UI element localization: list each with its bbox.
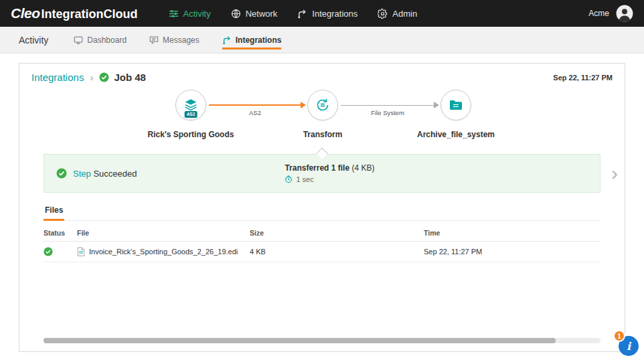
step-status-text: Succeeded (93, 169, 137, 179)
transform-icon (315, 97, 331, 113)
section-label: Activity (19, 27, 48, 53)
nav-admin[interactable]: Admin (378, 9, 417, 19)
globe-icon (231, 9, 241, 19)
account-name: Acme (588, 9, 609, 18)
file-name: Invoice_Rick's_Sporting_Goods_2_26_19.ed… (89, 248, 238, 256)
stopwatch-icon (285, 175, 293, 183)
brand-cleo: Cleo (11, 5, 40, 21)
connector-file-system: File System (341, 104, 434, 106)
help-info-button[interactable]: i 1 (619, 336, 639, 356)
files-table: Status File Size Time (44, 222, 600, 262)
success-check-icon (44, 247, 77, 256)
branch-icon (297, 9, 307, 19)
col-time: Time (424, 222, 600, 242)
row-size-cell: 4 KB (250, 242, 424, 262)
folder-icon (448, 97, 464, 113)
step-succeeded-panel: Step Succeeded Transferred 1 file (4 KB) (44, 154, 600, 193)
layers-icon (183, 98, 198, 112)
nav-integrations-label: Integrations (312, 9, 357, 19)
tab-messages-label: Messages (163, 35, 199, 45)
files-tab-bar: Files (44, 203, 600, 221)
flow-node-source-label: Rick's Sporting Goods (148, 130, 234, 139)
tab-integrations[interactable]: Integrations (222, 27, 282, 53)
card-header: Integrations › Job 48 Sep 22, 11:27 PM (19, 64, 625, 87)
brand-suite: IntegrationCloud (42, 7, 138, 21)
top-nav: Activity Network Integrations (169, 9, 589, 19)
tab-dashboard[interactable]: Dashboard (74, 27, 127, 53)
breadcrumb-integrations-link[interactable]: Integrations (31, 72, 84, 83)
transfer-label: Transferred 1 file (285, 163, 349, 173)
next-step-chevron[interactable]: › (611, 163, 618, 183)
connector-file-system-label: File System (368, 109, 408, 116)
nav-activity[interactable]: Activity (169, 9, 211, 19)
step-result-section: Step Succeeded Transferred 1 file (4 KB) (44, 154, 600, 193)
flow-node-archive[interactable] (440, 90, 471, 120)
nav-integrations[interactable]: Integrations (297, 9, 357, 19)
table-row[interactable]: Invoice_Rick's_Sporting_Goods_2_26_19.ed… (44, 242, 600, 262)
file-icon (77, 247, 85, 256)
branch-icon (222, 35, 232, 45)
col-status: Status (44, 222, 77, 242)
nav-activity-label: Activity (183, 9, 211, 19)
step-status: Step Succeeded (56, 168, 285, 179)
job-success-check-icon (99, 72, 109, 82)
tab-dashboard-label: Dashboard (87, 35, 127, 45)
success-check-icon (56, 168, 67, 179)
gear-icon (378, 9, 388, 19)
tab-integrations-label: Integrations (236, 35, 282, 45)
row-file-cell: Invoice_Rick's_Sporting_Goods_2_26_19.ed… (77, 242, 250, 262)
flow-node-transform-label: Transform (303, 130, 343, 139)
job-timestamp: Sep 22, 11:27 PM (553, 74, 613, 82)
connector-as2-label: AS2 (246, 109, 264, 116)
transfer-summary: Transferred 1 file (4 KB) 1 sec (285, 163, 374, 183)
nav-network-label: Network (246, 9, 278, 19)
files-section: Files Status File Size Time (44, 203, 600, 262)
step-link[interactable]: Step (73, 169, 91, 179)
row-time-cell: Sep 22, 11:27 PM (424, 242, 600, 262)
sub-nav: Activity Dashboard Messages Integratio (0, 27, 644, 54)
brand-logo[interactable]: Cleo IntegrationCloud (11, 5, 138, 21)
nav-admin-label: Admin (392, 9, 417, 19)
transfer-size: (4 KB) (349, 163, 374, 173)
as2-protocol-badge: AS2 (185, 111, 197, 118)
flow-node-source[interactable]: AS2 (175, 90, 206, 120)
flow-node-archive-label: Archive_file_system (417, 130, 495, 139)
tab-files[interactable]: Files (44, 205, 64, 221)
messages-icon (149, 35, 159, 45)
job-detail-card: Integrations › Job 48 Sep 22, 11:27 PM A… (19, 63, 625, 352)
flow-node-transform[interactable] (307, 90, 338, 120)
horizontal-scrollbar-thumb[interactable] (44, 338, 556, 343)
col-file: File (77, 222, 250, 242)
nav-network[interactable]: Network (231, 9, 278, 19)
top-right: Acme (588, 5, 633, 22)
tab-messages[interactable]: Messages (149, 27, 199, 53)
user-avatar[interactable] (616, 5, 633, 22)
page-title: Job 48 (114, 72, 146, 83)
breadcrumb-separator: › (90, 72, 93, 83)
arrowhead-icon (434, 102, 439, 108)
arrowhead-icon (301, 102, 306, 108)
activity-icon (169, 9, 179, 19)
dashboard-icon (74, 35, 83, 45)
row-status-cell (44, 242, 77, 262)
col-size: Size (250, 222, 424, 242)
integration-flow-diagram: AS2 Rick's Sporting Goods AS2 Transform … (19, 90, 625, 154)
step-duration: 1 sec (296, 175, 313, 183)
top-bar: Cleo IntegrationCloud Activity Ne (0, 0, 644, 27)
notification-badge: 1 (613, 330, 625, 342)
info-icon: i (627, 340, 631, 353)
horizontal-scrollbar-track[interactable] (44, 338, 600, 343)
connector-as2: AS2 (209, 104, 301, 106)
